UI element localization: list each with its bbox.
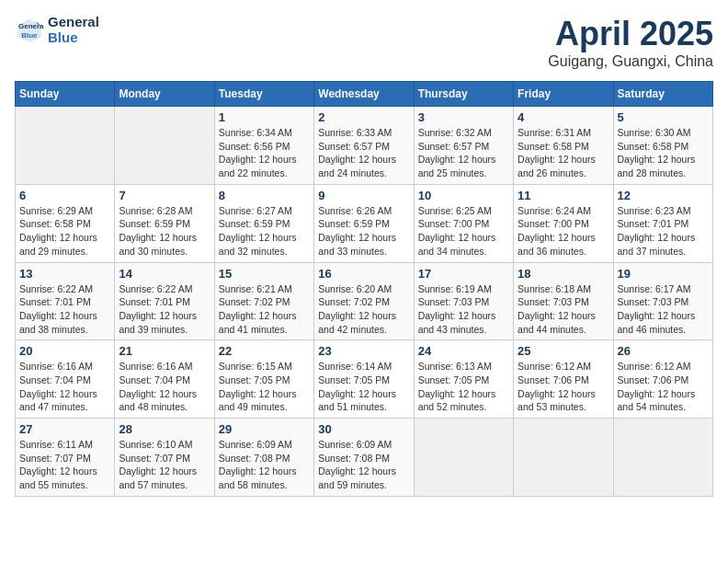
day-number: 13	[19, 267, 110, 281]
weekday-header-saturday: Saturday	[613, 82, 712, 107]
day-info: Sunrise: 6:22 AMSunset: 7:01 PMDaylight:…	[19, 282, 110, 337]
day-number: 16	[318, 267, 409, 281]
weekday-header-wednesday: Wednesday	[314, 82, 414, 107]
day-cell: 28Sunrise: 6:10 AMSunset: 7:07 PMDayligh…	[115, 419, 214, 497]
day-info: Sunrise: 6:25 AMSunset: 7:00 PMDaylight:…	[418, 204, 509, 259]
day-info: Sunrise: 6:30 AMSunset: 6:58 PMDaylight:…	[618, 126, 709, 180]
day-cell: 26Sunrise: 6:12 AMSunset: 7:06 PMDayligh…	[613, 340, 712, 419]
day-cell: 25Sunrise: 6:12 AMSunset: 7:06 PMDayligh…	[514, 340, 613, 419]
day-cell: 15Sunrise: 6:21 AMSunset: 7:02 PMDayligh…	[214, 262, 313, 340]
week-row-4: 20Sunrise: 6:16 AMSunset: 7:04 PMDayligh…	[16, 340, 713, 419]
day-cell: 30Sunrise: 6:09 AMSunset: 7:08 PMDayligh…	[314, 419, 414, 497]
day-cell: 9Sunrise: 6:26 AMSunset: 6:59 PMDaylight…	[314, 184, 414, 262]
day-info: Sunrise: 6:16 AMSunset: 7:04 PMDaylight:…	[19, 360, 110, 414]
day-cell: 16Sunrise: 6:20 AMSunset: 7:02 PMDayligh…	[314, 262, 414, 340]
day-info: Sunrise: 6:10 AMSunset: 7:07 PMDaylight:…	[119, 438, 210, 492]
header: General Blue General Blue April 2025 Gui…	[15, 15, 713, 70]
logo-text-line2: Blue	[48, 30, 99, 46]
day-cell: 22Sunrise: 6:15 AMSunset: 7:05 PMDayligh…	[214, 340, 313, 419]
day-number: 22	[219, 344, 310, 358]
day-info: Sunrise: 6:18 AMSunset: 7:03 PMDaylight:…	[518, 282, 609, 337]
day-info: Sunrise: 6:14 AMSunset: 7:05 PMDaylight:…	[318, 360, 409, 414]
day-cell: 5Sunrise: 6:30 AMSunset: 6:58 PMDaylight…	[613, 107, 712, 185]
week-row-3: 13Sunrise: 6:22 AMSunset: 7:01 PMDayligh…	[16, 262, 713, 340]
day-cell: 12Sunrise: 6:23 AMSunset: 7:01 PMDayligh…	[613, 184, 712, 262]
day-number: 30	[318, 422, 409, 436]
day-cell: 18Sunrise: 6:18 AMSunset: 7:03 PMDayligh…	[514, 262, 613, 340]
day-number: 29	[219, 422, 310, 436]
day-number: 4	[518, 110, 609, 124]
day-cell: 20Sunrise: 6:16 AMSunset: 7:04 PMDayligh…	[16, 340, 115, 419]
weekday-header-monday: Monday	[115, 82, 214, 107]
day-cell: 29Sunrise: 6:09 AMSunset: 7:08 PMDayligh…	[214, 419, 313, 497]
day-cell	[16, 107, 115, 185]
day-info: Sunrise: 6:23 AMSunset: 7:01 PMDaylight:…	[618, 204, 709, 259]
day-info: Sunrise: 6:28 AMSunset: 6:59 PMDaylight:…	[119, 204, 210, 259]
day-info: Sunrise: 6:34 AMSunset: 6:56 PMDaylight:…	[219, 126, 310, 180]
weekday-header-tuesday: Tuesday	[214, 82, 313, 107]
day-info: Sunrise: 6:09 AMSunset: 7:08 PMDaylight:…	[219, 438, 310, 492]
day-info: Sunrise: 6:15 AMSunset: 7:05 PMDaylight:…	[219, 360, 310, 414]
day-cell: 23Sunrise: 6:14 AMSunset: 7:05 PMDayligh…	[314, 340, 414, 419]
week-row-5: 27Sunrise: 6:11 AMSunset: 7:07 PMDayligh…	[16, 419, 713, 497]
day-cell: 21Sunrise: 6:16 AMSunset: 7:04 PMDayligh…	[115, 340, 214, 419]
day-number: 12	[618, 189, 709, 202]
weekday-header-row: SundayMondayTuesdayWednesdayThursdayFrid…	[16, 82, 713, 107]
location: Guigang, Guangxi, China	[548, 53, 713, 70]
day-number: 21	[119, 344, 210, 358]
day-number: 17	[418, 267, 509, 281]
logo-text-line1: General	[48, 15, 99, 30]
week-row-2: 6Sunrise: 6:29 AMSunset: 6:58 PMDaylight…	[16, 184, 713, 262]
day-cell	[115, 107, 214, 185]
logo-icon: General Blue	[15, 16, 44, 45]
day-cell	[514, 419, 613, 497]
day-cell: 4Sunrise: 6:31 AMSunset: 6:58 PMDaylight…	[514, 107, 613, 185]
day-info: Sunrise: 6:31 AMSunset: 6:58 PMDaylight:…	[518, 126, 609, 180]
day-info: Sunrise: 6:22 AMSunset: 7:01 PMDaylight:…	[119, 282, 210, 337]
day-info: Sunrise: 6:20 AMSunset: 7:02 PMDaylight:…	[318, 282, 409, 337]
day-cell: 14Sunrise: 6:22 AMSunset: 7:01 PMDayligh…	[115, 262, 214, 340]
day-cell	[414, 419, 513, 497]
weekday-header-friday: Friday	[514, 82, 613, 107]
day-number: 26	[618, 344, 709, 358]
day-info: Sunrise: 6:19 AMSunset: 7:03 PMDaylight:…	[418, 282, 509, 337]
day-number: 15	[219, 267, 310, 281]
day-number: 19	[618, 267, 709, 281]
day-number: 3	[418, 110, 509, 124]
day-number: 28	[119, 422, 210, 436]
day-cell: 19Sunrise: 6:17 AMSunset: 7:03 PMDayligh…	[613, 262, 712, 340]
day-cell: 7Sunrise: 6:28 AMSunset: 6:59 PMDaylight…	[115, 184, 214, 262]
day-number: 9	[318, 189, 409, 202]
day-cell: 27Sunrise: 6:11 AMSunset: 7:07 PMDayligh…	[16, 419, 115, 497]
day-number: 25	[518, 344, 609, 358]
day-info: Sunrise: 6:12 AMSunset: 7:06 PMDaylight:…	[518, 360, 609, 414]
day-cell: 3Sunrise: 6:32 AMSunset: 6:57 PMDaylight…	[414, 107, 513, 185]
day-cell: 2Sunrise: 6:33 AMSunset: 6:57 PMDaylight…	[314, 107, 414, 185]
day-info: Sunrise: 6:33 AMSunset: 6:57 PMDaylight:…	[318, 126, 409, 180]
calendar-table: SundayMondayTuesdayWednesdayThursdayFrid…	[15, 81, 713, 497]
day-cell: 8Sunrise: 6:27 AMSunset: 6:59 PMDaylight…	[214, 184, 313, 262]
svg-text:General: General	[18, 22, 44, 30]
day-info: Sunrise: 6:27 AMSunset: 6:59 PMDaylight:…	[219, 204, 310, 259]
day-cell: 1Sunrise: 6:34 AMSunset: 6:56 PMDaylight…	[214, 107, 313, 185]
day-number: 8	[219, 189, 310, 202]
day-info: Sunrise: 6:09 AMSunset: 7:08 PMDaylight:…	[318, 438, 409, 492]
title-area: April 2025 Guigang, Guangxi, China	[548, 15, 713, 70]
day-number: 6	[19, 189, 110, 202]
day-cell: 11Sunrise: 6:24 AMSunset: 7:00 PMDayligh…	[514, 184, 613, 262]
svg-text:Blue: Blue	[21, 31, 38, 40]
day-cell: 17Sunrise: 6:19 AMSunset: 7:03 PMDayligh…	[414, 262, 513, 340]
day-info: Sunrise: 6:16 AMSunset: 7:04 PMDaylight:…	[119, 360, 210, 414]
day-number: 1	[219, 110, 310, 124]
day-number: 2	[318, 110, 409, 124]
day-cell: 24Sunrise: 6:13 AMSunset: 7:05 PMDayligh…	[414, 340, 513, 419]
day-info: Sunrise: 6:12 AMSunset: 7:06 PMDaylight:…	[618, 360, 709, 414]
day-info: Sunrise: 6:21 AMSunset: 7:02 PMDaylight:…	[219, 282, 310, 337]
day-info: Sunrise: 6:13 AMSunset: 7:05 PMDaylight:…	[418, 360, 509, 414]
day-cell: 13Sunrise: 6:22 AMSunset: 7:01 PMDayligh…	[16, 262, 115, 340]
day-number: 24	[418, 344, 509, 358]
day-number: 23	[318, 344, 409, 358]
day-number: 18	[518, 267, 609, 281]
day-info: Sunrise: 6:26 AMSunset: 6:59 PMDaylight:…	[318, 204, 409, 259]
logo: General Blue General Blue	[15, 15, 99, 45]
